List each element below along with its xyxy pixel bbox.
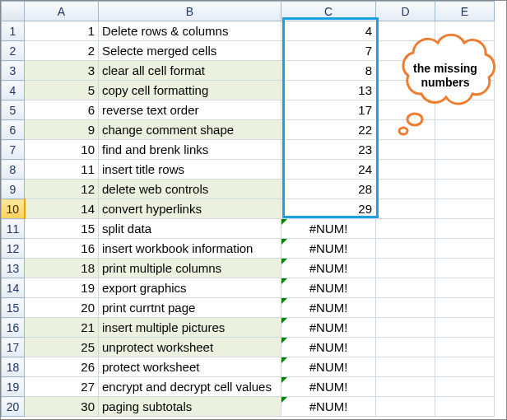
cell[interactable]: 25 bbox=[25, 338, 99, 357]
row-header[interactable]: 10 bbox=[2, 199, 25, 219]
cell[interactable]: 23 bbox=[281, 140, 376, 160]
cell[interactable]: 6 bbox=[25, 100, 99, 120]
row-header[interactable]: 18 bbox=[2, 357, 25, 377]
cell[interactable]: 21 bbox=[25, 318, 99, 338]
cell[interactable]: 26 bbox=[25, 357, 99, 377]
cell[interactable]: 10 bbox=[25, 140, 99, 160]
select-all-corner[interactable] bbox=[2, 2, 25, 21]
row-header[interactable]: 3 bbox=[2, 61, 25, 81]
cell[interactable]: split data bbox=[99, 219, 281, 239]
cell[interactable] bbox=[376, 219, 435, 239]
cell[interactable]: clear all cell format bbox=[99, 61, 281, 81]
row-header[interactable]: 9 bbox=[2, 180, 25, 199]
cell[interactable]: #NUM! bbox=[281, 219, 376, 239]
cell[interactable] bbox=[376, 199, 435, 219]
cell[interactable]: #NUM! bbox=[281, 318, 376, 338]
cell[interactable]: Delete rows & columns bbox=[99, 21, 281, 41]
cell[interactable]: 8 bbox=[281, 61, 376, 81]
cell[interactable]: 13 bbox=[281, 81, 376, 100]
cell[interactable]: 2 bbox=[25, 41, 99, 61]
cell[interactable]: 1 bbox=[25, 21, 99, 41]
cell[interactable]: insert multiple pictures bbox=[99, 318, 281, 338]
cell[interactable] bbox=[435, 397, 495, 417]
cell[interactable]: #NUM! bbox=[281, 397, 376, 417]
cell[interactable] bbox=[376, 377, 435, 397]
cell[interactable]: Selecte merged cells bbox=[99, 41, 281, 61]
cell[interactable]: #NUM! bbox=[281, 298, 376, 318]
cell[interactable]: #NUM! bbox=[281, 338, 376, 357]
cell[interactable]: find and brenk links bbox=[99, 140, 281, 160]
cell[interactable] bbox=[435, 160, 495, 180]
cell[interactable]: 11 bbox=[25, 160, 99, 180]
cell[interactable]: change comment shape bbox=[99, 120, 281, 140]
cell[interactable] bbox=[376, 259, 435, 278]
cell[interactable]: 30 bbox=[25, 397, 99, 417]
cell[interactable]: 28 bbox=[281, 180, 376, 199]
cell[interactable] bbox=[376, 298, 435, 318]
cell[interactable]: 14 bbox=[25, 199, 99, 219]
cell[interactable]: copy cell formatting bbox=[99, 81, 281, 100]
row-header[interactable]: 4 bbox=[2, 81, 25, 100]
col-header-B[interactable]: B bbox=[99, 2, 281, 21]
row-header[interactable]: 6 bbox=[2, 120, 25, 140]
col-header-D[interactable]: D bbox=[376, 2, 435, 21]
cell[interactable]: paging subtotals bbox=[99, 397, 281, 417]
cell[interactable] bbox=[435, 180, 495, 199]
cell[interactable]: print multiple columns bbox=[99, 259, 281, 278]
cell[interactable]: 3 bbox=[25, 61, 99, 81]
cell[interactable]: #NUM! bbox=[281, 278, 376, 298]
cell[interactable] bbox=[435, 259, 495, 278]
cell[interactable] bbox=[435, 239, 495, 259]
cell[interactable] bbox=[435, 298, 495, 318]
cell[interactable] bbox=[376, 160, 435, 180]
row-header[interactable]: 13 bbox=[2, 259, 25, 278]
cell[interactable]: #NUM! bbox=[281, 259, 376, 278]
row-header[interactable]: 5 bbox=[2, 100, 25, 120]
row-header[interactable]: 12 bbox=[2, 239, 25, 259]
cell[interactable]: convert hyperlinks bbox=[99, 199, 281, 219]
cell[interactable]: delete web controls bbox=[99, 180, 281, 199]
cell[interactable]: 7 bbox=[281, 41, 376, 61]
cell[interactable] bbox=[435, 140, 495, 160]
col-header-A[interactable]: A bbox=[25, 2, 99, 21]
cell[interactable]: 16 bbox=[25, 239, 99, 259]
cell[interactable]: insert title rows bbox=[99, 160, 281, 180]
cell[interactable]: 4 bbox=[281, 21, 376, 41]
cell[interactable]: 22 bbox=[281, 120, 376, 140]
cell[interactable]: 12 bbox=[25, 180, 99, 199]
cell[interactable] bbox=[376, 180, 435, 199]
row-header[interactable]: 8 bbox=[2, 160, 25, 180]
row-header[interactable]: 14 bbox=[2, 278, 25, 298]
row-header[interactable]: 17 bbox=[2, 338, 25, 357]
cell[interactable]: reverse text order bbox=[99, 100, 281, 120]
cell[interactable] bbox=[435, 278, 495, 298]
cell[interactable]: 27 bbox=[25, 377, 99, 397]
cell[interactable]: 18 bbox=[25, 259, 99, 278]
cell[interactable]: #NUM! bbox=[281, 377, 376, 397]
cell[interactable] bbox=[435, 377, 495, 397]
row-header[interactable]: 1 bbox=[2, 21, 25, 41]
cell[interactable]: 17 bbox=[281, 100, 376, 120]
cell[interactable] bbox=[376, 239, 435, 259]
row-header[interactable]: 7 bbox=[2, 140, 25, 160]
cell[interactable] bbox=[435, 357, 495, 377]
cell[interactable] bbox=[376, 318, 435, 338]
cell[interactable]: 15 bbox=[25, 219, 99, 239]
row-header[interactable]: 19 bbox=[2, 377, 25, 397]
row-header[interactable]: 15 bbox=[2, 298, 25, 318]
row-header[interactable]: 11 bbox=[2, 219, 25, 239]
cell[interactable]: #NUM! bbox=[281, 239, 376, 259]
cell[interactable] bbox=[435, 219, 495, 239]
cell[interactable]: protect worksheet bbox=[99, 357, 281, 377]
col-header-C[interactable]: C bbox=[281, 2, 376, 21]
cell[interactable] bbox=[376, 357, 435, 377]
cell[interactable]: insert workbook information bbox=[99, 239, 281, 259]
row-header[interactable]: 20 bbox=[2, 397, 25, 417]
cell[interactable]: 29 bbox=[281, 199, 376, 219]
cell[interactable]: 19 bbox=[25, 278, 99, 298]
cell[interactable]: 9 bbox=[25, 120, 99, 140]
cell[interactable] bbox=[376, 140, 435, 160]
row-header[interactable]: 16 bbox=[2, 318, 25, 338]
cell[interactable]: 20 bbox=[25, 298, 99, 318]
cell[interactable] bbox=[435, 199, 495, 219]
